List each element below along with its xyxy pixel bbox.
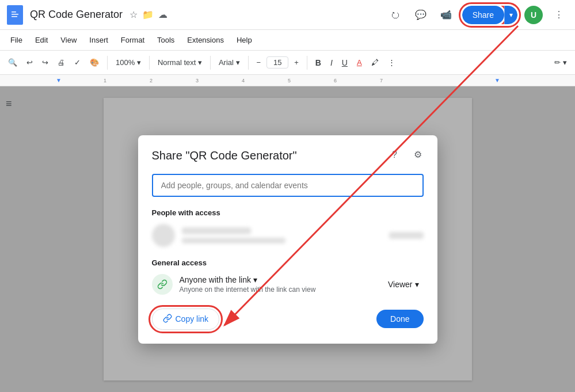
- chrome-bar: QR Code Generator ☆ 📁 ☁ ⭮ 💬 📹 Share ▾ U …: [0, 0, 575, 30]
- ruler: ▼ 1 2 3 4 5 6 ▼ 7: [0, 75, 575, 86]
- viewer-caret: ▾: [415, 280, 419, 289]
- viewer-selector[interactable]: Viewer ▾: [383, 277, 424, 291]
- settings-icon[interactable]: ⚙: [410, 147, 426, 163]
- copy-link-icon: [163, 314, 172, 325]
- menu-format[interactable]: Format: [115, 33, 150, 47]
- font-increase[interactable]: +: [291, 56, 302, 69]
- link-access-icon: [152, 274, 173, 295]
- search-toolbar-btn[interactable]: 🔍: [5, 56, 21, 69]
- meet-icon[interactable]: 📹: [437, 6, 455, 24]
- person-name: [182, 227, 251, 234]
- user-avatar[interactable]: U: [524, 6, 543, 24]
- font-selector[interactable]: Arial ▾: [215, 56, 243, 69]
- done-button[interactable]: Done: [376, 310, 423, 328]
- highlight-btn[interactable]: 🖍: [368, 56, 382, 69]
- general-access-title: General access: [152, 258, 424, 267]
- spellcheck-btn[interactable]: ✓: [71, 56, 84, 69]
- svg-rect-0: [10, 9, 20, 21]
- share-modal: Share "QR Code Generator" ? ⚙ People wit…: [138, 135, 437, 344]
- general-access-row: Anyone with the link ▾ Anyone on the int…: [152, 274, 424, 295]
- help-icon[interactable]: ?: [387, 147, 403, 163]
- modal-overlay: Share "QR Code Generator" ? ⚙ People wit…: [0, 86, 575, 392]
- bold-button[interactable]: B: [312, 56, 325, 70]
- person-role: [389, 232, 424, 239]
- toolbar: 🔍 ↩ ↪ 🖨 ✓ 🎨 100% ▾ Normal text ▾ Arial ▾…: [0, 51, 575, 75]
- modal-title: Share "QR Code Generator": [152, 149, 424, 162]
- svg-rect-2: [12, 14, 18, 15]
- app-icon: [7, 5, 23, 25]
- text-color-btn[interactable]: A: [353, 56, 365, 69]
- chat-icon[interactable]: 💬: [412, 6, 430, 24]
- history-icon[interactable]: ⭮: [386, 6, 405, 24]
- share-button[interactable]: Share: [462, 6, 504, 24]
- redo-btn[interactable]: ↪: [39, 56, 52, 69]
- document-title: QR Code Generator: [30, 9, 123, 21]
- menu-tools[interactable]: Tools: [151, 33, 180, 47]
- share-button-group: Share ▾: [462, 6, 517, 24]
- document-area: ≡ Hi all, Welcome to our powerful and ea…: [0, 86, 575, 392]
- access-description: Anyone on the internet with the link can…: [180, 286, 376, 294]
- modal-header-icons: ? ⚙: [387, 147, 426, 163]
- paint-btn[interactable]: 🎨: [86, 56, 102, 69]
- person-avatar: [152, 224, 175, 247]
- share-input[interactable]: [152, 174, 424, 197]
- people-section-title: People with access: [152, 208, 424, 217]
- menu-help[interactable]: Help: [231, 33, 258, 47]
- copy-link-label: Copy link: [176, 314, 209, 324]
- svg-rect-1: [12, 12, 16, 13]
- person-info: [182, 227, 382, 243]
- more-toolbar[interactable]: ⋮: [384, 56, 399, 69]
- modal-footer: Copy link Done: [152, 309, 424, 330]
- font-size-input[interactable]: 15: [266, 56, 288, 68]
- access-type-caret: ▾: [253, 275, 257, 284]
- menu-edit[interactable]: Edit: [29, 33, 54, 47]
- svg-rect-3: [12, 16, 17, 17]
- print-btn[interactable]: 🖨: [54, 56, 68, 69]
- access-type-selector[interactable]: Anyone with the link ▾: [180, 275, 376, 284]
- person-email: [182, 238, 285, 243]
- people-access-row: [152, 224, 424, 247]
- star-icon[interactable]: ☆: [130, 9, 138, 20]
- italic-button[interactable]: I: [327, 56, 336, 70]
- undo-btn[interactable]: ↩: [23, 56, 36, 69]
- menu-file[interactable]: File: [5, 33, 28, 47]
- menu-view[interactable]: View: [55, 33, 82, 47]
- menu-insert[interactable]: Insert: [83, 33, 114, 47]
- chrome-right: ⭮ 💬 📹 Share ▾ U ⋮: [386, 6, 568, 24]
- viewer-label: Viewer: [388, 280, 413, 289]
- font-decrease[interactable]: −: [253, 56, 265, 69]
- cloud-icon[interactable]: ☁: [158, 9, 167, 20]
- more-icon[interactable]: ⋮: [550, 6, 568, 24]
- zoom-selector[interactable]: 100% ▾: [112, 56, 144, 69]
- share-caret-button[interactable]: ▾: [504, 6, 517, 24]
- chrome-icons: ☆ 📁 ☁: [130, 9, 167, 20]
- access-info: Anyone with the link ▾ Anyone on the int…: [180, 275, 376, 294]
- menu-extensions[interactable]: Extensions: [181, 33, 230, 47]
- folder-icon[interactable]: 📁: [142, 9, 154, 20]
- menu-bar: File Edit View Insert Format Tools Exten…: [0, 30, 575, 51]
- access-type-label: Anyone with the link: [180, 275, 252, 284]
- style-selector[interactable]: Normal text ▾: [154, 56, 205, 69]
- underline-button[interactable]: U: [338, 56, 351, 70]
- edit-mode-btn[interactable]: ✏ ▾: [551, 56, 570, 69]
- copy-link-button[interactable]: Copy link: [152, 309, 220, 330]
